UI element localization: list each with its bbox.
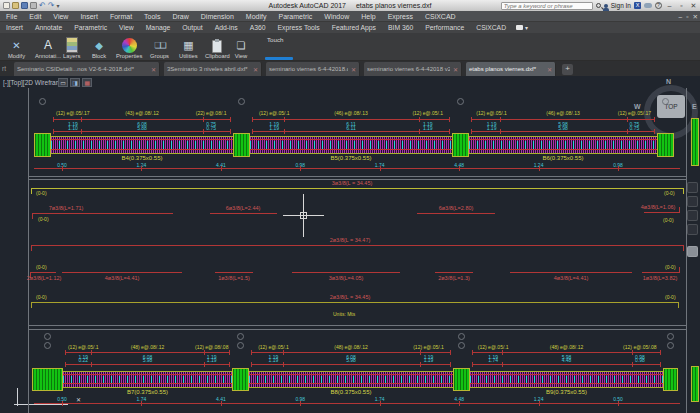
rebar-segment-label: 6ø3/8(L=2.80) [439, 205, 474, 211]
dimension-tick [627, 129, 628, 134]
ribbon-tab-manage[interactable]: Manage [140, 22, 177, 33]
menu-parametric[interactable]: Parametric [272, 11, 318, 22]
tab-close-icon[interactable]: ✕ [351, 66, 356, 73]
ribbon-tab-csixcad[interactable]: CSiXCAD [470, 22, 512, 33]
ribbon-tab-add-ins[interactable]: Add-ins [209, 22, 244, 33]
dimension-tick [221, 401, 222, 406]
viewcube-west-label[interactable]: W [634, 103, 641, 110]
menu-modify[interactable]: Modify [240, 11, 273, 22]
navbar-fullnav-icon[interactable] [687, 182, 698, 193]
navbar-zoom-icon[interactable] [687, 210, 698, 221]
ribbon-tab-view[interactable]: View [113, 22, 140, 33]
properties-button[interactable]: Properties [116, 34, 142, 60]
stirrup-spacing-text: (12) e@.05/.1 [478, 344, 509, 350]
navbar-pan-icon[interactable] [687, 196, 698, 207]
exchange-apps-icon[interactable]: X [634, 2, 641, 9]
column [34, 133, 51, 157]
help-icon[interactable]: ? [655, 2, 662, 9]
tab-close-icon[interactable]: ✕ [253, 66, 258, 73]
document-tab[interactable]: Seminario CSIDetaili...nos V2-6-4-2018.d… [14, 62, 160, 76]
viewport-control-icon-1[interactable]: ▭ [58, 78, 68, 87]
doc-close-icon[interactable]: ✕ [693, 11, 698, 22]
layers-button[interactable]: Layers [63, 34, 80, 60]
block-button[interactable]: Block [91, 34, 107, 60]
ribbon-tab-output[interactable]: Output [176, 22, 208, 33]
rebar-segment-label: 2ø3/8(L=1.12) [27, 275, 62, 281]
menu-dimension[interactable]: Dimension [195, 11, 240, 22]
beam-elevation [469, 136, 657, 154]
print-icon[interactable] [30, 2, 37, 9]
modify-button[interactable]: Modify [8, 34, 25, 60]
panel-icon [516, 25, 523, 30]
menu-tools[interactable]: Tools [138, 11, 166, 22]
menu-draw[interactable]: Draw [166, 11, 194, 22]
search-input[interactable] [501, 2, 593, 10]
dimension-value: 1.10 [68, 125, 78, 131]
tab-close-icon[interactable]: ✕ [547, 66, 552, 73]
undo-icon[interactable]: ↶ [39, 2, 46, 10]
a360-cloud-icon[interactable] [644, 3, 652, 8]
view-button[interactable]: View [233, 34, 249, 60]
groups-button[interactable]: Groups [150, 34, 169, 60]
ribbon-state-dropdown[interactable]: ▾ [516, 24, 528, 31]
navbar-steeringwheel-icon[interactable] [687, 246, 698, 257]
new-file-icon[interactable] [3, 2, 10, 9]
viewport-control-icon-2[interactable]: ◨ [70, 78, 80, 87]
menu-edit[interactable]: Edit [23, 11, 47, 22]
ribbon-tab-annotate[interactable]: Annotate [29, 22, 68, 33]
qat-dropdown-icon[interactable]: ▾ [56, 2, 59, 10]
viewcube-east-label[interactable]: E [692, 103, 697, 110]
column [233, 133, 250, 157]
annotati--button[interactable]: Annotati... [35, 34, 61, 60]
stirrup-spacing-text: (12) e@.05/.08 [623, 344, 656, 350]
tab-close-icon[interactable]: ✕ [151, 66, 156, 73]
quick-access-toolbar: ↶ ↷ ▾ [0, 2, 59, 10]
dimension-tick [53, 129, 54, 134]
menu-format[interactable]: Format [104, 11, 138, 22]
doc-minimize-icon[interactable]: – [679, 11, 683, 22]
clipboard-button[interactable]: Clipboard [205, 34, 230, 60]
save-icon[interactable] [21, 2, 28, 9]
dimension-tick [654, 129, 655, 134]
new-tab-button[interactable]: + [562, 64, 573, 75]
ribbon-tab-insert[interactable]: Insert [0, 22, 29, 33]
menu-insert[interactable]: Insert [74, 11, 104, 22]
document-tab[interactable]: seminario viernes 6-4-42018 v2.dxf*✕ [364, 62, 462, 76]
close-button[interactable]: ✕ [689, 1, 698, 10]
beam-label: B4(0.375x0.55) [51, 155, 233, 162]
menu-file[interactable]: File [0, 11, 23, 22]
viewcube-top-face[interactable]: TOP [657, 95, 685, 118]
menu-help[interactable]: Help [355, 11, 381, 22]
search-icon[interactable] [596, 3, 601, 8]
redo-icon[interactable]: ↷ [48, 2, 55, 10]
ribbon-tab-parametric[interactable]: Parametric [68, 22, 113, 33]
menu-view[interactable]: View [47, 11, 74, 22]
ribbon-tab-a360[interactable]: A360 [244, 22, 272, 33]
rebar-segment-label: 2ø3/8(L=1.3) [438, 275, 470, 281]
minimize-button[interactable]: – [665, 1, 674, 10]
menu-express[interactable]: Express [382, 11, 419, 22]
sign-in-button[interactable]: Sign In [611, 2, 631, 9]
drawing-canvas[interactable]: [-][Top][2D Wireframe] ▭ ◨ ▦ N W E TOP ✕… [0, 76, 700, 413]
document-tab[interactable]: 3Seminario 3 niveles abril.dxf*✕ [164, 62, 262, 76]
document-tab[interactable]: seminario viernes 6-4-42018.dxf*✕ [266, 62, 360, 76]
restore-button[interactable]: ▫ [677, 1, 686, 10]
viewport-control-icon-3[interactable]: ▦ [82, 78, 92, 87]
navbar-orbit-icon[interactable] [687, 224, 698, 235]
open-file-icon[interactable] [12, 2, 19, 9]
viewcube-north-label[interactable]: N [666, 78, 671, 85]
menu-window[interactable]: Window [318, 11, 355, 22]
tab-close-icon[interactable]: ✕ [453, 66, 458, 73]
doc-restore-icon[interactable]: ▫ [686, 11, 688, 22]
ribbon-tab-bim-360[interactable]: BIM 360 [382, 22, 419, 33]
ribbon-tab-featured-apps[interactable]: Featured Apps [326, 22, 382, 33]
dimension-tick [283, 362, 284, 367]
ribbon-tab-performance[interactable]: Performance [419, 22, 470, 33]
ribbon-button-label: Layers [63, 53, 80, 60]
rebar-bar-label: 2ø3/8(L = 34.47) [330, 237, 371, 243]
ribbon-tab-express-tools[interactable]: Express Tools [272, 22, 326, 33]
dimension-value: 1.19 [423, 125, 433, 131]
menu-csixcad[interactable]: CSiXCAD [419, 11, 462, 22]
document-tab-active[interactable]: etabs planos viernes.dxf*✕ [466, 62, 556, 76]
utilities-button[interactable]: Utilities [179, 34, 198, 60]
